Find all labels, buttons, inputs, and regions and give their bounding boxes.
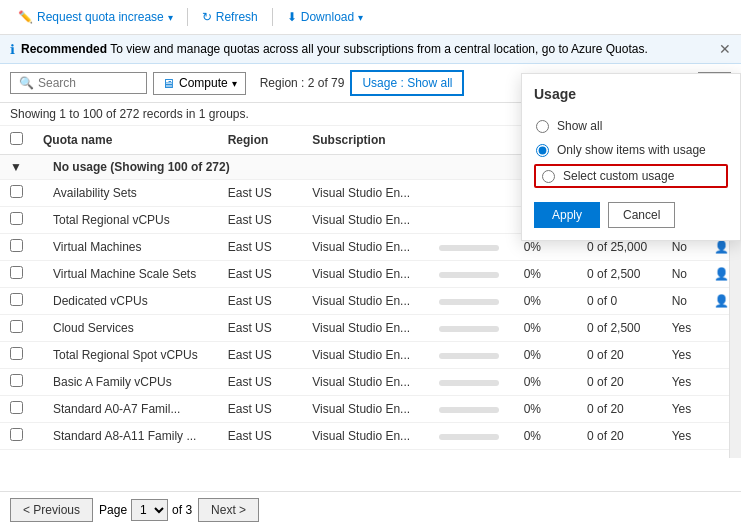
progress-bar-cell <box>429 342 514 369</box>
quota-name: Total Regional Spot vCPUs <box>33 342 218 369</box>
dropdown-actions: Apply Cancel <box>534 202 728 228</box>
region-label: Region : 2 of 79 <box>260 76 345 90</box>
table-row: Cloud Services East US Visual Studio En.… <box>0 315 741 342</box>
quota-subscription: Visual Studio En... <box>302 450 429 455</box>
radio-show-all[interactable]: Show all <box>534 114 728 138</box>
edit-icon: ✏️ <box>18 10 33 24</box>
select-all-checkbox[interactable] <box>10 132 23 145</box>
request-quota-button[interactable]: ✏️ Request quota increase ▾ <box>10 6 181 28</box>
progress-bar-cell <box>429 261 514 288</box>
row-checkbox[interactable] <box>10 185 23 198</box>
quota-subscription: Visual Studio En... <box>302 234 429 261</box>
usage-dropdown: Usage Show all Only show items with usag… <box>521 73 741 241</box>
person-icon[interactable]: 👤 <box>714 240 729 254</box>
limit-cell: 0 of 20 <box>577 423 662 450</box>
pct-cell: 0% <box>514 369 577 396</box>
download-icon: ⬇ <box>287 10 297 24</box>
quota-subscription: Visual Studio En... <box>302 369 429 396</box>
refresh-button[interactable]: ↻ Refresh <box>194 6 266 28</box>
quota-name: Basic A Family vCPUs <box>33 369 218 396</box>
quota-name: Dedicated vCPUs <box>33 288 218 315</box>
quota-subscription: Visual Studio En... <box>302 315 429 342</box>
separator <box>187 8 188 26</box>
progress-bar-cell <box>429 234 514 261</box>
alert-cell: Yes <box>662 423 704 450</box>
cancel-button[interactable]: Cancel <box>608 202 675 228</box>
apply-button[interactable]: Apply <box>534 202 600 228</box>
alert-cell: Yes <box>662 396 704 423</box>
limit-cell: 0 of 20 <box>577 369 662 396</box>
next-button[interactable]: Next > <box>198 498 259 522</box>
radio-custom-usage[interactable]: Select custom usage <box>534 164 728 188</box>
quota-name: Cloud Services <box>33 315 218 342</box>
search-box[interactable]: 🔍 <box>10 72 147 94</box>
quota-name: Standard A0-A7 Famil... <box>33 396 218 423</box>
info-icon: ℹ <box>10 42 15 57</box>
radio-custom-usage-input[interactable] <box>542 170 555 183</box>
banner-text: Recommended To view and manage quotas ac… <box>21 42 713 56</box>
page-select[interactable]: 123 <box>131 499 168 521</box>
expand-icon[interactable]: ▼ <box>10 160 22 174</box>
limit-cell: 0 of 20 <box>577 450 662 455</box>
quota-name: Standard D Family vC... <box>33 450 218 455</box>
row-checkbox[interactable] <box>10 239 23 252</box>
usage-filter-button[interactable]: Usage : Show all <box>350 70 464 96</box>
row-checkbox[interactable] <box>10 293 23 306</box>
quota-subscription: Visual Studio En... <box>302 261 429 288</box>
col-header-region: Region <box>218 126 303 155</box>
progress-bar-cell <box>429 369 514 396</box>
row-checkbox[interactable] <box>10 428 23 441</box>
banner-close-button[interactable]: ✕ <box>719 41 731 57</box>
quota-region: East US <box>218 180 303 207</box>
quota-name: Virtual Machine Scale Sets <box>33 261 218 288</box>
row-checkbox[interactable] <box>10 212 23 225</box>
page-info: Page 123 of 3 <box>99 499 192 521</box>
limit-cell: 0 of 20 <box>577 342 662 369</box>
alert-cell: Yes <box>662 315 704 342</box>
pct-cell: 0% <box>514 423 577 450</box>
compute-dropdown[interactable]: 🖥 Compute ▾ <box>153 72 246 95</box>
quota-subscription: Visual Studio En... <box>302 207 429 234</box>
radio-show-all-input[interactable] <box>536 120 549 133</box>
person-icon[interactable]: 👤 <box>714 294 729 308</box>
table-row: Basic A Family vCPUs East US Visual Stud… <box>0 369 741 396</box>
limit-cell: 0 of 20 <box>577 396 662 423</box>
row-checkbox[interactable] <box>10 266 23 279</box>
progress-bar-cell <box>429 423 514 450</box>
radio-only-usage[interactable]: Only show items with usage <box>534 138 728 162</box>
limit-cell: 0 of 2,500 <box>577 315 662 342</box>
person-icon[interactable]: 👤 <box>714 267 729 281</box>
search-input[interactable] <box>38 76 138 90</box>
progress-bar-cell <box>429 180 514 207</box>
table-row: Standard A0-A7 Famil... East US Visual S… <box>0 396 741 423</box>
table-row: Virtual Machine Scale Sets East US Visua… <box>0 261 741 288</box>
previous-button[interactable]: < Previous <box>10 498 93 522</box>
chevron-down-icon3: ▾ <box>232 78 237 89</box>
radio-only-usage-input[interactable] <box>536 144 549 157</box>
download-button[interactable]: ⬇ Download ▾ <box>279 6 371 28</box>
quota-region: East US <box>218 396 303 423</box>
chevron-down-icon2: ▾ <box>358 12 363 23</box>
quota-subscription: Visual Studio En... <box>302 423 429 450</box>
alert-cell: Yes <box>662 369 704 396</box>
limit-cell: 0 of 2,500 <box>577 261 662 288</box>
progress-bar-cell <box>429 288 514 315</box>
row-checkbox[interactable] <box>10 401 23 414</box>
row-checkbox[interactable] <box>10 347 23 360</box>
info-banner: ℹ Recommended To view and manage quotas … <box>0 35 741 64</box>
quota-region: East US <box>218 342 303 369</box>
limit-cell: 0 of 0 <box>577 288 662 315</box>
pagination: < Previous Page 123 of 3 Next > <box>0 491 741 528</box>
toolbar: ✏️ Request quota increase ▾ ↻ Refresh ⬇ … <box>0 0 741 35</box>
quota-name: Standard A8-A11 Family ... <box>33 423 218 450</box>
progress-bar-cell <box>429 450 514 455</box>
quota-subscription: Visual Studio En... <box>302 342 429 369</box>
table-row: Standard D Family vC... East US Visual S… <box>0 450 741 455</box>
chevron-down-icon: ▾ <box>168 12 173 23</box>
alert-cell: Yes <box>662 450 704 455</box>
quota-region: East US <box>218 315 303 342</box>
pct-cell: 0% <box>514 342 577 369</box>
quota-region: East US <box>218 450 303 455</box>
row-checkbox[interactable] <box>10 320 23 333</box>
row-checkbox[interactable] <box>10 374 23 387</box>
